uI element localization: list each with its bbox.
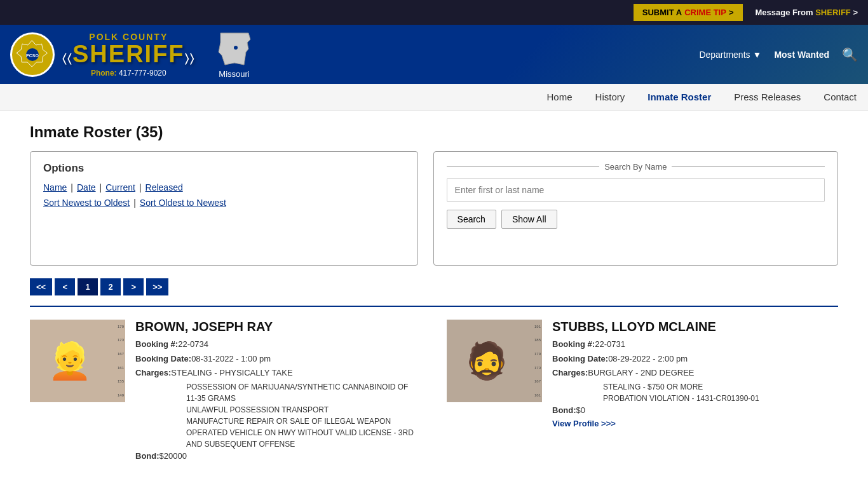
crime-highlight-text: CRIME TIP: [684, 8, 726, 17]
site-header: PCSO POLK COUNTY 〈〈SHERIFF〉〉 Phone: 417-…: [0, 25, 868, 84]
view-profile-link[interactable]: View Profile >>>: [552, 419, 616, 428]
search-buttons: Search Show All: [447, 210, 825, 229]
main-content: Inmate Roster (35) Options Name | Date |…: [15, 111, 853, 488]
option-current-link[interactable]: Current: [105, 182, 135, 193]
section-divider: [30, 306, 838, 307]
main-nav-bar: Home History Inmate Roster Press Release…: [0, 84, 868, 111]
inmate-booking-date: Booking Date:08-31-2022 - 1:00 pm: [135, 353, 421, 365]
inmate-charge-4: MANUFACTURE REPAIR OR SALE OF ILLEGAL WE…: [186, 416, 421, 427]
pagination-last[interactable]: >>: [146, 278, 168, 295]
sheriff-logo: 〈〈SHERIFF〉〉: [62, 42, 195, 66]
search-button[interactable]: Search: [447, 210, 496, 229]
inmate-name: BROWN, JOSEPH RAY: [135, 320, 421, 334]
message-prefix: Message From: [756, 8, 816, 17]
svg-point-4: [234, 46, 238, 50]
site-title-area: POLK COUNTY 〈〈SHERIFF〉〉 Phone: 417-777-9…: [62, 32, 195, 78]
nav-contact[interactable]: Contact: [812, 84, 868, 110]
most-wanted-link[interactable]: Most Wanted: [774, 50, 829, 60]
option-name-link[interactable]: Name: [43, 182, 67, 193]
inmate-booking-number: Booking #:22-0731: [552, 338, 838, 351]
sheriff-badge: PCSO: [10, 32, 55, 77]
options-box: Options Name | Date | Current | Released…: [30, 151, 418, 266]
inmate-card: 179 173 167 161 155 149 👱 BROWN, JOSEPH …: [30, 320, 421, 477]
pagination-page-2[interactable]: 2: [100, 278, 121, 295]
message-sheriff-text[interactable]: Message From SHERIFF >: [756, 8, 858, 17]
pagination: << < 1 2 > >>: [30, 278, 838, 295]
inmate-name: STUBBS, LLOYD MCLAINE: [552, 320, 838, 334]
sub-nav: Departments ▼ Most Wanted 🔍: [699, 43, 858, 66]
inmate-info: STUBBS, LLOYD MCLAINE Booking #:22-0731 …: [552, 320, 838, 428]
inmate-charge-3: PROBATION VIOLATION - 1431-CR01390-01: [603, 393, 838, 404]
state-map-area: Missouri: [215, 30, 254, 79]
mugshot-face: 🧔: [447, 320, 542, 402]
submit-tip-arrow: >: [729, 8, 734, 17]
pagination-page-1[interactable]: 1: [78, 278, 98, 295]
departments-label: Departments: [699, 50, 750, 60]
inmate-charge-2: STEALING - $750 OR MORE: [603, 381, 838, 393]
departments-button[interactable]: Departments ▼: [699, 50, 761, 60]
sort-oldest-link[interactable]: Sort Oldest to Newest: [140, 198, 226, 208]
search-box: Search By Name Search Show All: [433, 151, 838, 266]
inmate-charges: Charges:STEALING - PHYSICALLY TAKE: [135, 367, 421, 379]
search-icon-button[interactable]: 🔍: [842, 47, 858, 62]
inmate-booking-date: Booking Date:08-29-2022 - 2:00 pm: [552, 353, 838, 365]
phone-info: Phone: 417-777-9020: [91, 69, 166, 78]
phone-number: 417-777-9020: [119, 69, 166, 78]
nav-press-releases[interactable]: Press Releases: [722, 84, 812, 110]
pagination-first[interactable]: <<: [30, 278, 52, 295]
mugshot-face: 👱: [30, 320, 125, 402]
phone-label: Phone:: [91, 69, 117, 78]
inmate-bond: Bond:$0: [552, 404, 838, 417]
chevron-down-icon: ▼: [753, 50, 762, 60]
submit-tip-prefix-text: SUBMIT A: [642, 8, 682, 17]
submit-crime-tip-link[interactable]: SUBMIT A CRIME TIP >: [634, 4, 743, 21]
inmate-booking-number: Booking #:22-0734: [135, 338, 421, 351]
sort-newest-link[interactable]: Sort Newest to Oldest: [43, 198, 130, 208]
sheriff-highlight: SHERIFF: [815, 8, 851, 17]
option-date-link[interactable]: Date: [77, 182, 96, 193]
inmate-info: BROWN, JOSEPH RAY Booking #:22-0734 Book…: [135, 320, 421, 464]
search-name-input[interactable]: [447, 178, 825, 202]
nav-inmate-roster[interactable]: Inmate Roster: [636, 84, 722, 110]
options-search-row: Options Name | Date | Current | Released…: [30, 151, 838, 266]
inmate-charge-3: UNLAWFUL POSSESSION TRANSPORT: [186, 404, 421, 416]
option-released-link[interactable]: Released: [146, 182, 183, 193]
inmate-photo: 191 185 179 173 167 161 🧔: [447, 320, 542, 402]
nav-history[interactable]: History: [584, 84, 637, 110]
inmate-bond: Bond:$20000: [135, 450, 421, 463]
inmate-grid: 179 173 167 161 155 149 👱 BROWN, JOSEPH …: [30, 320, 838, 477]
options-title: Options: [43, 162, 405, 175]
inmate-charge-2: POSSESSION OF MARIJUANA/SYNTHETIC CANNAB…: [186, 381, 421, 404]
show-all-button[interactable]: Show All: [501, 210, 557, 229]
inmate-card: 191 185 179 173 167 161 🧔 STUBBS, LLOYD …: [447, 320, 838, 477]
pagination-next[interactable]: >: [123, 278, 144, 295]
state-label: Missouri: [219, 69, 249, 79]
nav-area: Departments ▼ Most Wanted 🔍: [699, 43, 858, 66]
nav-home[interactable]: Home: [536, 84, 584, 110]
svg-text:PCSO: PCSO: [26, 53, 39, 58]
pagination-prev[interactable]: <: [55, 278, 75, 295]
sort-links: Sort Newest to Oldest | Sort Oldest to N…: [43, 198, 405, 208]
message-arrow: >: [851, 8, 858, 17]
logo-area: PCSO POLK COUNTY 〈〈SHERIFF〉〉 Phone: 417-…: [10, 30, 699, 79]
page-title: Inmate Roster (35): [30, 123, 838, 141]
inmate-photo: 179 173 167 161 155 149 👱: [30, 320, 125, 402]
options-links: Name | Date | Current | Released: [43, 182, 405, 193]
inmate-charge-5: OPERATED VEHICLE ON HWY WITHOUT VALID LI…: [186, 427, 421, 450]
missouri-map-icon: [215, 30, 254, 68]
search-by-name-label: Search By Name: [447, 162, 825, 172]
inmate-charges: Charges:BURGLARY - 2ND DEGREE: [552, 367, 838, 379]
top-bar: SUBMIT A CRIME TIP > Message From SHERIF…: [0, 0, 868, 25]
